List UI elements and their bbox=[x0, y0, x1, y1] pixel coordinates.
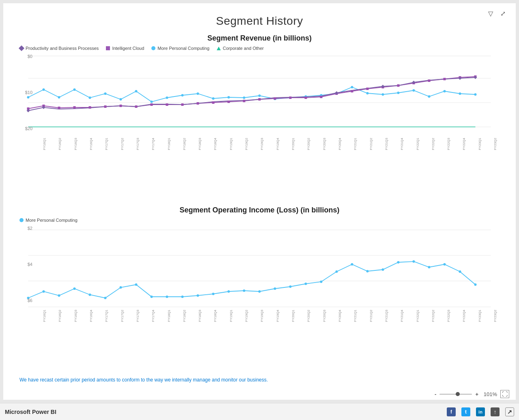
operating-chart-title: Segment Operating Income (Loss) (in bill… bbox=[19, 206, 500, 214]
svg-point-14 bbox=[181, 94, 184, 96]
svg-rect-58 bbox=[397, 84, 400, 87]
svg-rect-41 bbox=[135, 105, 138, 108]
svg-rect-43 bbox=[166, 103, 168, 106]
revenue-legend: Productivity and Business Processes Inte… bbox=[19, 46, 500, 51]
svg-point-93 bbox=[305, 283, 307, 285]
svg-point-102 bbox=[444, 263, 446, 266]
svg-point-81 bbox=[120, 286, 122, 289]
operating-y-axis: $6 $4 $2 bbox=[19, 226, 35, 303]
zoom-minus[interactable]: - bbox=[435, 391, 436, 397]
svg-point-103 bbox=[459, 270, 461, 273]
svg-point-89 bbox=[243, 289, 246, 292]
svg-point-77 bbox=[58, 294, 60, 297]
zoom-level: 101% bbox=[482, 391, 497, 397]
facebook-icon[interactable]: f bbox=[447, 407, 456, 416]
svg-point-12 bbox=[151, 101, 153, 103]
svg-point-18 bbox=[243, 96, 246, 99]
cloud-line bbox=[28, 77, 476, 109]
svg-point-99 bbox=[397, 261, 400, 264]
linkedin-icon[interactable]: in bbox=[476, 407, 485, 416]
svg-point-9 bbox=[104, 92, 107, 95]
operating-chart-svg bbox=[19, 226, 500, 315]
svg-rect-49 bbox=[258, 98, 261, 101]
social-icons: f t in ↑ ↗ bbox=[447, 407, 514, 416]
svg-point-84 bbox=[166, 296, 168, 298]
legend-item-computing: More Personal Computing bbox=[151, 46, 209, 51]
svg-rect-50 bbox=[274, 97, 276, 100]
svg-point-10 bbox=[120, 98, 122, 101]
revenue-chart-section: Segment Revenue (in billions) Productivi… bbox=[3, 34, 516, 202]
revenue-x-axis: FY16Q1 FY16Q2 FY16Q3 FY16Q4 FY17Q1 FY17Q… bbox=[19, 144, 500, 155]
svg-point-28 bbox=[397, 92, 400, 94]
svg-point-6 bbox=[58, 96, 60, 99]
zoom-track[interactable] bbox=[439, 394, 472, 395]
svg-point-27 bbox=[382, 93, 384, 96]
powerbi-brand: Microsoft Power BI bbox=[5, 409, 56, 415]
zoom-thumb[interactable] bbox=[456, 392, 460, 396]
legend-item-computing2: More Personal Computing bbox=[19, 218, 78, 223]
svg-point-82 bbox=[135, 283, 138, 286]
svg-point-31 bbox=[444, 90, 446, 92]
bottom-bar: Microsoft Power BI f t in ↑ ↗ bbox=[0, 403, 519, 420]
svg-point-30 bbox=[428, 95, 431, 98]
legend-label-cloud: Intelligent Cloud bbox=[112, 46, 144, 51]
page-title: Segment History bbox=[3, 3, 516, 34]
svg-point-26 bbox=[366, 92, 369, 94]
expand-icon[interactable]: ⤢ bbox=[500, 10, 509, 19]
svg-rect-40 bbox=[120, 105, 122, 107]
legend-square-icon bbox=[106, 46, 110, 50]
legend-triangle-icon bbox=[217, 47, 221, 50]
legend-diamond-icon bbox=[19, 45, 24, 51]
filter-icon[interactable]: ▽ bbox=[488, 10, 497, 19]
svg-point-16 bbox=[212, 97, 215, 100]
twitter-icon[interactable]: t bbox=[461, 407, 470, 416]
zoom-plus[interactable]: + bbox=[475, 391, 478, 397]
svg-point-17 bbox=[228, 96, 230, 99]
svg-point-96 bbox=[351, 263, 353, 266]
svg-point-76 bbox=[43, 290, 45, 293]
svg-rect-36 bbox=[58, 107, 60, 109]
svg-rect-56 bbox=[366, 88, 369, 90]
svg-point-95 bbox=[336, 270, 338, 273]
operating-chart-container: $6 $4 $2 bbox=[19, 226, 500, 327]
svg-point-91 bbox=[274, 287, 276, 290]
operating-chart-section: Segment Operating Income (Loss) (in bill… bbox=[3, 206, 516, 374]
svg-rect-48 bbox=[243, 100, 246, 102]
svg-point-11 bbox=[135, 90, 138, 92]
svg-point-33 bbox=[474, 93, 477, 96]
revenue-chart-container: $20 $10 $0 bbox=[19, 54, 500, 155]
zoom-bar: - + 101% ⛶ bbox=[3, 388, 516, 400]
svg-rect-55 bbox=[351, 90, 353, 92]
operating-line bbox=[28, 261, 476, 298]
svg-point-5 bbox=[43, 88, 45, 91]
share-icon[interactable]: ↑ bbox=[491, 407, 500, 416]
operating-x-axis: FY16Q1 FY16Q2 FY16Q3 FY16Q4 FY17Q1 FY17Q… bbox=[19, 316, 500, 327]
svg-rect-39 bbox=[104, 105, 107, 108]
svg-point-98 bbox=[382, 268, 384, 271]
svg-rect-61 bbox=[444, 78, 446, 80]
operating-legend: More Personal Computing bbox=[19, 218, 500, 223]
svg-rect-52 bbox=[305, 96, 307, 99]
legend-label-corporate: Corporate and Other bbox=[223, 46, 264, 51]
svg-rect-60 bbox=[428, 79, 431, 82]
svg-point-87 bbox=[212, 293, 215, 295]
svg-point-94 bbox=[320, 281, 323, 283]
svg-point-90 bbox=[258, 290, 261, 293]
svg-point-78 bbox=[73, 287, 76, 290]
svg-point-7 bbox=[73, 88, 76, 91]
svg-point-79 bbox=[89, 294, 91, 296]
fullscreen-icon[interactable]: ⛶ bbox=[500, 390, 509, 398]
svg-point-104 bbox=[474, 283, 477, 286]
svg-point-92 bbox=[289, 285, 292, 288]
legend-label-productivity: Productivity and Business Processes bbox=[26, 46, 99, 51]
legend-item-cloud: Intelligent Cloud bbox=[106, 46, 144, 51]
external-link-icon[interactable]: ↗ bbox=[505, 407, 514, 416]
footnote: We have recast certain prior period amou… bbox=[3, 374, 516, 388]
svg-rect-37 bbox=[73, 106, 76, 109]
svg-point-83 bbox=[151, 296, 153, 298]
svg-point-100 bbox=[413, 260, 415, 263]
svg-point-101 bbox=[428, 266, 431, 268]
legend-label-computing: More Personal Computing bbox=[157, 46, 209, 51]
svg-rect-53 bbox=[320, 96, 323, 98]
legend-label-computing2: More Personal Computing bbox=[26, 218, 78, 223]
